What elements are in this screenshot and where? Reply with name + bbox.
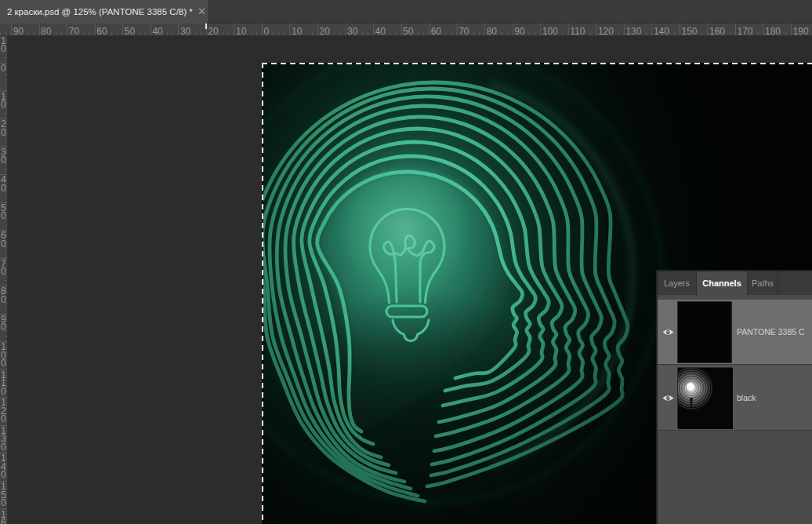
- svg-text:0: 0: [1, 43, 6, 54]
- svg-text:0: 0: [1, 155, 6, 166]
- svg-text:130: 130: [625, 26, 641, 37]
- svg-text:40: 40: [375, 26, 386, 37]
- svg-text:0: 0: [1, 497, 6, 508]
- svg-text:0: 0: [1, 386, 6, 397]
- svg-text:30: 30: [180, 26, 191, 37]
- svg-text:0: 0: [1, 63, 6, 74]
- svg-text:0: 0: [1, 238, 6, 249]
- svg-text:10: 10: [292, 26, 303, 37]
- svg-text:60: 60: [96, 26, 107, 37]
- svg-text:0: 0: [1, 469, 6, 480]
- svg-text:6: 6: [1, 517, 6, 524]
- svg-text:0: 0: [1, 442, 6, 453]
- svg-text:0: 0: [1, 358, 6, 369]
- svg-text:50: 50: [403, 26, 414, 37]
- svg-text:0: 0: [1, 294, 6, 305]
- svg-text:150: 150: [682, 26, 698, 37]
- svg-text:80: 80: [487, 26, 498, 37]
- svg-text:90: 90: [13, 26, 24, 37]
- svg-text:0: 0: [1, 322, 6, 333]
- svg-text:20: 20: [320, 26, 331, 37]
- svg-text:0: 0: [264, 26, 270, 37]
- svg-text:30: 30: [347, 26, 358, 37]
- svg-text:160: 160: [709, 26, 725, 37]
- svg-text:70: 70: [69, 26, 80, 37]
- svg-text:180: 180: [765, 26, 781, 37]
- svg-text:100: 100: [542, 26, 558, 37]
- svg-text:20: 20: [208, 26, 219, 37]
- svg-text:40: 40: [152, 26, 163, 37]
- svg-text:120: 120: [598, 26, 614, 37]
- svg-text:190: 190: [793, 26, 809, 37]
- svg-text:80: 80: [41, 26, 52, 37]
- svg-text:60: 60: [431, 26, 442, 37]
- svg-text:0: 0: [1, 210, 6, 221]
- svg-text:50: 50: [125, 26, 136, 37]
- svg-text:0: 0: [1, 266, 6, 277]
- svg-text:10: 10: [236, 26, 247, 37]
- svg-text:140: 140: [654, 26, 669, 37]
- svg-text:70: 70: [459, 26, 469, 37]
- svg-text:110: 110: [570, 26, 585, 37]
- svg-text:0: 0: [1, 183, 6, 194]
- svg-text:90: 90: [514, 26, 525, 37]
- svg-text:170: 170: [738, 26, 753, 37]
- svg-text:0: 0: [1, 413, 6, 424]
- svg-text:0: 0: [1, 127, 6, 138]
- svg-text:0: 0: [1, 99, 6, 110]
